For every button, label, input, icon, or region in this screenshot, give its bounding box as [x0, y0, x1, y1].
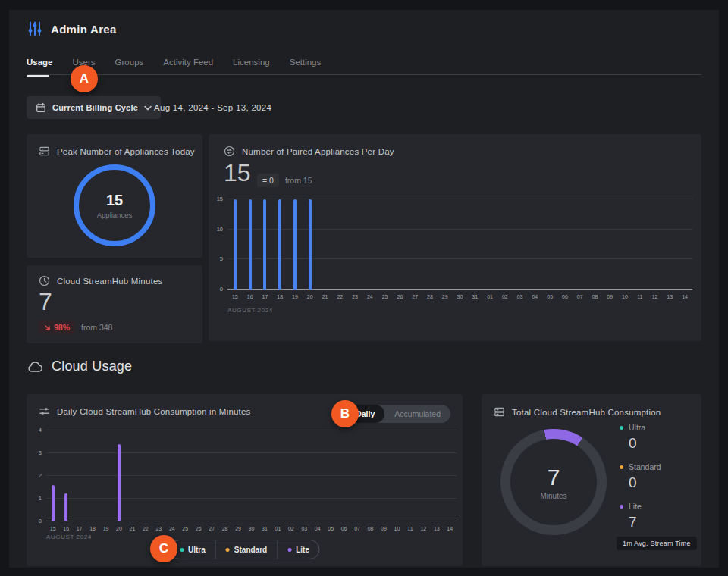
bar-day-15 — [52, 485, 55, 521]
total-consumption-card: Total Cloud StreamHub Consumption 7 Minu… — [482, 394, 701, 566]
total-unit: Minutes — [540, 492, 566, 500]
billing-cycle-dropdown[interactable]: Current Billing Cycle — [27, 96, 161, 119]
cloud-usage-section-title: Cloud Usage — [52, 358, 132, 374]
x-axis-tick: 12 — [420, 526, 426, 531]
x-axis-tick: 17 — [77, 526, 83, 531]
legend-label: Lite — [296, 546, 309, 554]
x-axis-tick: 28 — [222, 526, 228, 531]
breakdown-value: 0 — [629, 435, 661, 452]
x-axis-tick: 27 — [209, 526, 215, 531]
x-axis-tick: 30 — [249, 526, 255, 531]
x-axis-tick: 03 — [301, 526, 307, 531]
standard-dot-icon — [620, 465, 623, 469]
breakdown-label: Lite — [629, 502, 642, 511]
lite-dot-icon — [287, 548, 291, 552]
daily-card-title: Daily Cloud StreamHub Consumption in Min… — [57, 407, 251, 416]
x-axis-tick: 07 — [354, 526, 360, 531]
peak-unit: Appliances — [97, 211, 132, 219]
x-axis-tick: 15 — [232, 294, 238, 299]
y-axis-tick: 0 — [39, 518, 42, 524]
clock-icon — [39, 275, 50, 286]
gridline-4 — [46, 430, 457, 430]
legend-item-standard[interactable]: Standard — [215, 540, 277, 559]
legend-label: Standard — [234, 546, 267, 554]
x-axis-tick: 06 — [341, 526, 347, 531]
peak-card-title: Peak Number of Appliances Today — [57, 147, 195, 156]
billing-cycle-label: Current Billing Cycle — [52, 103, 138, 112]
x-axis-tick: 09 — [381, 526, 387, 531]
breakdown-head: Lite — [620, 502, 661, 511]
x-axis-tick: 27 — [412, 294, 418, 299]
standard-dot-icon — [226, 548, 230, 552]
x-axis-tick: 16 — [247, 294, 253, 299]
tier-legend-pill: UltraStandardLite — [169, 540, 320, 559]
peak-appliances-card: Peak Number of Appliances Today 15 Appli… — [27, 134, 202, 258]
breakdown-item-lite: Lite7 — [620, 502, 661, 531]
x-axis-tick: 13 — [667, 294, 673, 299]
x-axis-tick: 24 — [169, 526, 175, 531]
appliance-icon — [494, 406, 505, 418]
x-axis-tick: 02 — [502, 294, 508, 299]
breakdown-head: Ultra — [620, 423, 661, 432]
bar-day-20 — [118, 444, 121, 521]
x-axis-tick: 05 — [547, 294, 553, 299]
lite-dot-icon — [620, 505, 623, 509]
x-axis-tick: 02 — [288, 526, 294, 531]
x-axis-tick: 20 — [116, 526, 122, 531]
gridline-0 — [46, 521, 457, 521]
x-axis-tick: 18 — [89, 526, 96, 531]
paired-card-title: Number of Paired Appliances Per Day — [242, 147, 394, 156]
x-axis-tick: 23 — [352, 294, 358, 299]
bar-day-16 — [64, 493, 67, 522]
breakdown-item-ultra: Ultra0 — [620, 423, 661, 452]
x-axis-tick: 19 — [103, 526, 109, 531]
daily-bar-chart: 0123415161718192021222324252627282930310… — [46, 430, 457, 521]
x-axis-tick: 06 — [562, 294, 568, 299]
daily-accumulated-toggle: DailyAccumulated — [346, 405, 450, 423]
paired-value: 15 — [224, 159, 251, 187]
x-axis-tick: 09 — [607, 294, 613, 299]
y-axis-tick: 10 — [217, 226, 223, 233]
y-axis-tick: 2 — [39, 472, 42, 479]
x-axis-tick: 21 — [130, 526, 136, 531]
x-axis-tick: 23 — [155, 526, 162, 531]
minutes-value: 7 — [39, 288, 52, 316]
x-axis-tick: 16 — [63, 526, 69, 531]
x-axis-tick: 08 — [368, 526, 374, 531]
x-axis-tick: 30 — [457, 294, 463, 299]
arrow-down-right-icon — [44, 324, 51, 331]
x-axis-tick: 29 — [442, 294, 448, 299]
x-axis-tick: 18 — [277, 294, 283, 299]
toggle-option-accumulated[interactable]: Accumulated — [384, 405, 450, 423]
appliance-icon — [39, 146, 50, 157]
total-value: 7 — [548, 465, 560, 490]
x-axis-tick: 15 — [50, 526, 56, 531]
paired-per-day-card: Number of Paired Appliances Per Day 15 =… — [209, 134, 701, 341]
peak-ring: 15 Appliances — [74, 164, 155, 246]
breakdown-label: Ultra — [629, 423, 645, 432]
paired-from-text: from 15 — [285, 176, 312, 185]
stats-sliders-icon — [39, 406, 50, 416]
x-axis-tick: 26 — [397, 294, 403, 299]
y-axis-tick: 3 — [39, 449, 42, 456]
x-axis-tick: 14 — [682, 294, 688, 299]
minutes-delta-badge: 98% — [39, 321, 75, 334]
bar-day-18 — [278, 199, 281, 290]
x-axis-tick: 01 — [487, 294, 493, 299]
annotation-marker-c: C — [150, 535, 177, 562]
page-title: Admin Area — [51, 23, 117, 36]
legend-label: Ultra — [188, 546, 206, 554]
breakdown-value: 7 — [629, 514, 661, 531]
legend-item-lite[interactable]: Lite — [277, 540, 319, 559]
annotation-marker-a: A — [71, 65, 98, 92]
x-axis-tick: 13 — [434, 526, 440, 531]
breakdown-label: Standard — [629, 462, 661, 471]
x-axis-tick: 28 — [427, 294, 433, 299]
minutes-delta-value: 98% — [54, 323, 70, 332]
bar-day-17 — [263, 199, 266, 290]
x-axis-tick: 25 — [182, 526, 188, 531]
x-axis-tick: 07 — [577, 294, 583, 299]
x-axis-tick: 17 — [262, 294, 268, 299]
x-axis-tick: 21 — [322, 294, 328, 299]
tab-divider — [27, 74, 701, 75]
